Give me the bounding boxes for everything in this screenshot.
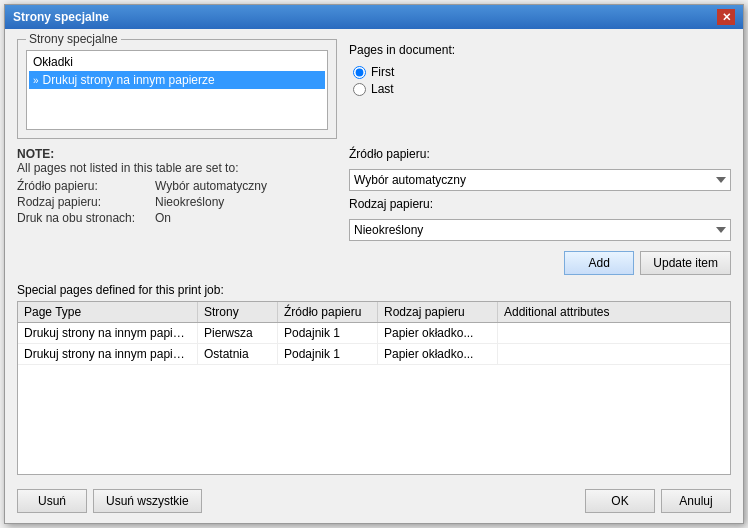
radio-last-input[interactable] bbox=[353, 83, 366, 96]
info-value-type: Nieokreślony bbox=[155, 195, 224, 209]
info-value-source: Wybór automatyczny bbox=[155, 179, 267, 193]
td-page-type-1: Drukuj strony na innym papierze bbox=[18, 344, 198, 364]
tree-item-okładki[interactable]: Okładki bbox=[29, 53, 325, 71]
note-title: NOTE: bbox=[17, 147, 337, 161]
radio-first-input[interactable] bbox=[353, 66, 366, 79]
radio-last-label: Last bbox=[371, 82, 394, 96]
info-row-duplex: Druk na obu stronach: On bbox=[17, 211, 337, 225]
td-rodzaj-0: Papier okładko... bbox=[378, 323, 498, 343]
note-left: NOTE: All pages not listed in this table… bbox=[17, 147, 337, 275]
tree-item-label: Drukuj strony na innym papierze bbox=[43, 73, 215, 87]
update-item-button[interactable]: Update item bbox=[640, 251, 731, 275]
th-page-type: Page Type bbox=[18, 302, 198, 322]
bottom-right-buttons: OK Anuluj bbox=[585, 489, 731, 513]
info-label-duplex: Druk na obu stronach: bbox=[17, 211, 147, 225]
info-row-type: Rodzaj papieru: Nieokreślony bbox=[17, 195, 337, 209]
td-additional-0 bbox=[498, 323, 730, 343]
bottom-buttons: Usuń Usuń wszystkie OK Anuluj bbox=[17, 489, 731, 513]
add-button[interactable]: Add bbox=[564, 251, 634, 275]
radio-first[interactable]: First bbox=[353, 65, 731, 79]
tree-view: Okładki »Drukuj strony na innym papierze bbox=[26, 50, 328, 130]
info-value-duplex: On bbox=[155, 211, 171, 225]
table-header: Page Type Strony Źródło papieru Rodzaj p… bbox=[18, 302, 730, 323]
paper-type-label: Rodzaj papieru: bbox=[349, 197, 731, 211]
action-buttons: Add Update item bbox=[349, 251, 731, 275]
table-label: Special pages defined for this print job… bbox=[17, 283, 731, 297]
bottom-left-buttons: Usuń Usuń wszystkie bbox=[17, 489, 202, 513]
note-info: Źródło papieru: Wybór automatyczny Rodza… bbox=[17, 179, 337, 225]
info-row-source: Źródło papieru: Wybór automatyczny bbox=[17, 179, 337, 193]
ok-button[interactable]: OK bbox=[585, 489, 655, 513]
tree-item-label: Okładki bbox=[33, 55, 73, 69]
tree-arrow-icon: » bbox=[33, 75, 39, 86]
td-strony-0: Pierwsza bbox=[198, 323, 278, 343]
td-strony-1: Ostatnia bbox=[198, 344, 278, 364]
dialog-body: Strony specjalne Okładki »Drukuj strony … bbox=[5, 29, 743, 523]
th-rodzaj: Rodzaj papieru bbox=[378, 302, 498, 322]
special-pages-groupbox-title: Strony specjalne bbox=[26, 32, 121, 46]
radio-last[interactable]: Last bbox=[353, 82, 731, 96]
paper-source-label: Źródło papieru: bbox=[349, 147, 731, 161]
pages-in-document-label: Pages in document: bbox=[349, 43, 731, 57]
th-zrodlo: Źródło papieru bbox=[278, 302, 378, 322]
td-zrodlo-0: Podajnik 1 bbox=[278, 323, 378, 343]
delete-button[interactable]: Usuń bbox=[17, 489, 87, 513]
table-row[interactable]: Drukuj strony na innym papierze Ostatnia… bbox=[18, 344, 730, 365]
th-additional: Additional attributes bbox=[498, 302, 730, 322]
titlebar: Strony specjalne ✕ bbox=[5, 5, 743, 29]
td-page-type-0: Drukuj strony na innym papierze bbox=[18, 323, 198, 343]
radio-group: First Last bbox=[349, 65, 731, 96]
dialog-title: Strony specjalne bbox=[13, 10, 109, 24]
paper-type-select[interactable]: Nieokreślony bbox=[349, 219, 731, 241]
radio-first-label: First bbox=[371, 65, 394, 79]
dialog: Strony specjalne ✕ Strony specjalne Okła… bbox=[4, 4, 744, 524]
table-row[interactable]: Drukuj strony na innym papierze Pierwsza… bbox=[18, 323, 730, 344]
info-label-source: Źródło papieru: bbox=[17, 179, 147, 193]
info-label-type: Rodzaj papieru: bbox=[17, 195, 147, 209]
tree-item-drukuj[interactable]: »Drukuj strony na innym papierze bbox=[29, 71, 325, 89]
td-rodzaj-1: Papier okładko... bbox=[378, 344, 498, 364]
th-strony: Strony bbox=[198, 302, 278, 322]
top-section: Strony specjalne Okładki »Drukuj strony … bbox=[17, 39, 731, 139]
note-section: NOTE: All pages not listed in this table… bbox=[17, 147, 731, 275]
special-pages-groupbox: Strony specjalne Okładki »Drukuj strony … bbox=[17, 39, 337, 139]
note-description: All pages not listed in this table are s… bbox=[17, 161, 337, 175]
close-button[interactable]: ✕ bbox=[717, 9, 735, 25]
delete-all-button[interactable]: Usuń wszystkie bbox=[93, 489, 202, 513]
note-right: Źródło papieru: Wybór automatyczny Rodza… bbox=[349, 147, 731, 275]
right-panel: Pages in document: First Last bbox=[349, 39, 731, 139]
table-section: Special pages defined for this print job… bbox=[17, 283, 731, 475]
data-table: Page Type Strony Źródło papieru Rodzaj p… bbox=[17, 301, 731, 475]
td-zrodlo-1: Podajnik 1 bbox=[278, 344, 378, 364]
td-additional-1 bbox=[498, 344, 730, 364]
table-body: Drukuj strony na innym papierze Pierwsza… bbox=[18, 323, 730, 365]
paper-source-select[interactable]: Wybór automatyczny bbox=[349, 169, 731, 191]
cancel-button[interactable]: Anuluj bbox=[661, 489, 731, 513]
